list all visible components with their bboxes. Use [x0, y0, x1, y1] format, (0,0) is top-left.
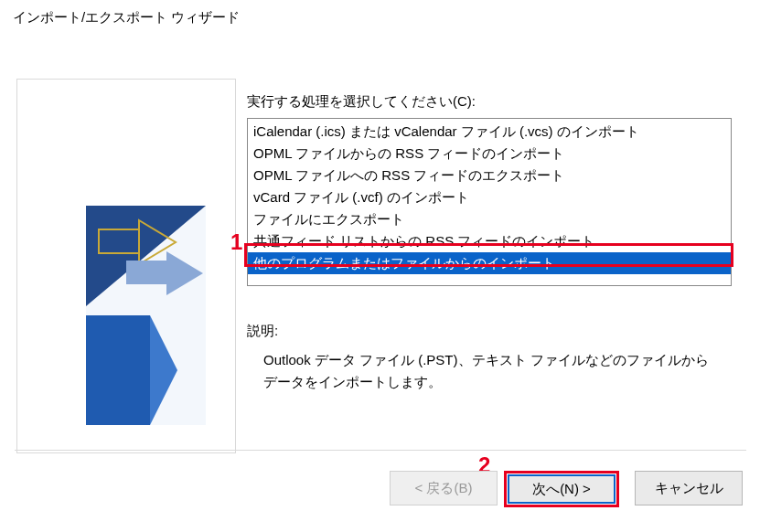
- list-item[interactable]: 共通フィード リストからの RSS フィードのインポート: [248, 230, 731, 252]
- list-item[interactable]: OPML ファイルからの RSS フィードのインポート: [248, 143, 731, 165]
- cancel-button[interactable]: キャンセル: [635, 471, 743, 505]
- list-item[interactable]: ファイルにエクスポート: [248, 208, 731, 230]
- list-item[interactable]: OPML ファイルへの RSS フィードのエクスポート: [248, 165, 731, 186]
- action-listbox[interactable]: iCalendar (.ics) または vCalendar ファイル (.vc…: [247, 118, 732, 286]
- list-item-selected[interactable]: 他のプログラムまたはファイルからのインポート: [248, 252, 731, 274]
- wizard-illustration: [86, 206, 206, 425]
- action-prompt: 実行する処理を選択してください(C):: [247, 93, 736, 111]
- next-button[interactable]: 次へ(N) >: [508, 474, 615, 504]
- svg-rect-5: [126, 261, 166, 284]
- back-button: < 戻る(B): [390, 471, 498, 505]
- list-item[interactable]: vCard ファイル (.vcf) のインポート: [248, 186, 731, 208]
- annotation-2-frame: 次へ(N) >: [504, 471, 619, 507]
- divider: [15, 450, 746, 451]
- wizard-illustration-frame: [16, 79, 236, 453]
- window-title: インポート/エクスポート ウィザード: [0, 0, 760, 27]
- description-label: 説明:: [247, 323, 736, 340]
- description-text: Outlook データ ファイル (.PST)、テキスト ファイルなどのファイル…: [247, 349, 713, 393]
- annotation-1: 1: [230, 229, 242, 255]
- list-item[interactable]: iCalendar (.ics) または vCalendar ファイル (.vc…: [248, 121, 731, 143]
- svg-marker-2: [86, 315, 150, 425]
